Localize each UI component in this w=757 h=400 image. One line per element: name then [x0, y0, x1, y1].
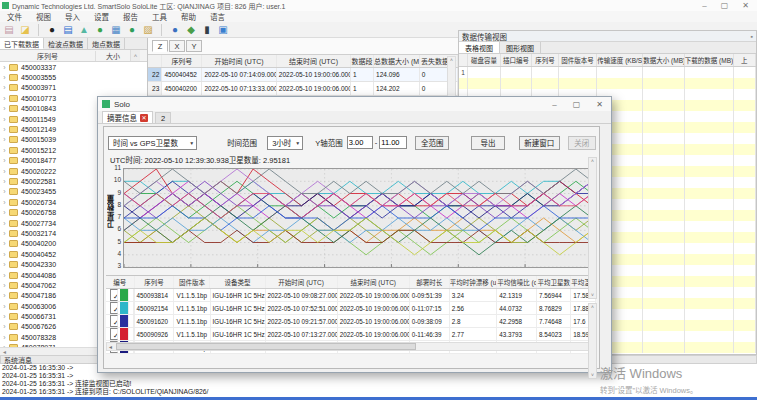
scrollbar-thumb[interactable] — [116, 343, 416, 350]
harvest-data-icon[interactable]: ▤ — [62, 24, 74, 36]
satellite-chart[interactable]: 卫星数量 34567891011 — [106, 166, 596, 272]
checkbox-checked[interactable]: ✓ — [110, 315, 118, 327]
summary-row[interactable]: ✓2450092154V1.1.5.1bpIGU-16HR 1C 5Hz2022… — [106, 302, 596, 315]
expander-icon[interactable]: › — [0, 74, 9, 81]
tab-close-icon[interactable]: ✕ — [140, 114, 148, 122]
scroll-left-icon[interactable]: ◄ — [2, 349, 7, 355]
dialog-title-bar[interactable]: Solo – ▢ ✕ — [98, 97, 611, 111]
expander-icon[interactable]: › — [0, 84, 9, 91]
record-icon[interactable]: ● — [46, 24, 58, 36]
expander-icon[interactable]: › — [0, 272, 9, 279]
summary-row[interactable]: ✓3450091620V1.1.5.1bpIGU-16HR 1C 5Hz2022… — [106, 315, 596, 328]
expander-icon[interactable]: › — [0, 230, 9, 237]
monitor-view-icon[interactable]: ▦ — [110, 24, 122, 36]
tree-item[interactable]: ›450003555 — [0, 72, 147, 82]
table-vertical-scrollbar[interactable]: ˄˅ — [588, 303, 597, 379]
dialog-vertical-scrollbar[interactable]: ˄˅ — [588, 157, 597, 299]
summary-row[interactable]: ✓4450090926V1.1.5.1bpIGU-16HR 1C 5Hz2022… — [106, 328, 596, 341]
dialog-maximize-button[interactable]: ▢ — [573, 100, 581, 109]
new-window-button[interactable]: 新建窗口 — [519, 136, 560, 150]
expander-icon[interactable]: › — [0, 251, 9, 258]
expander-icon[interactable]: › — [0, 261, 9, 268]
map-flag-icon[interactable]: ◆ — [185, 24, 197, 36]
dialog-minimize-button[interactable]: – — [552, 100, 556, 109]
expander-icon[interactable]: › — [0, 303, 9, 310]
expander-icon[interactable]: › — [0, 136, 9, 143]
tab-summary-info[interactable]: 摘要信息 ✕ — [102, 111, 153, 123]
globe-view-icon[interactable]: ● — [126, 24, 138, 36]
expander-icon[interactable]: › — [0, 323, 9, 330]
y-min-input[interactable] — [347, 136, 373, 149]
menu-item-2[interactable]: 导入 — [58, 11, 87, 22]
expander-icon[interactable]: › — [0, 334, 9, 341]
summary-row[interactable]: ✓1450093814V1.1.5.1bpIGU-16HR 1C 5Hz2022… — [106, 289, 596, 302]
left-tab-2[interactable]: 炮点数据 — [88, 38, 125, 49]
expander-icon[interactable]: › — [0, 95, 9, 102]
menu-item-4[interactable]: 报告 — [116, 11, 145, 22]
transfer-tab-0[interactable]: 表格视图 — [459, 42, 500, 53]
expander-icon[interactable]: › — [0, 199, 9, 206]
left-tab-0[interactable]: 已下载数据 — [0, 38, 44, 49]
tree-item[interactable]: ›450003337 — [0, 62, 147, 72]
tab-2[interactable]: 2 — [155, 112, 171, 123]
expander-icon[interactable]: › — [0, 282, 9, 289]
menu-item-5[interactable]: 工具 — [145, 11, 174, 22]
menu-item-1[interactable]: 视图 — [29, 11, 58, 22]
expander-icon[interactable]: › — [0, 157, 9, 164]
chart-plot-area[interactable] — [123, 168, 593, 268]
expander-icon[interactable]: › — [0, 292, 9, 299]
expander-icon[interactable]: › — [0, 168, 9, 175]
plot-type-select[interactable]: 时间 vs GPS卫星数▼ — [108, 136, 197, 150]
table-row[interactable]: 234500402002022-05-10 07:13:33.0002022-0… — [148, 82, 458, 96]
axis-button-z[interactable]: Z — [152, 40, 168, 52]
tree-item[interactable]: ›450003971 — [0, 83, 147, 93]
expander-icon[interactable]: › — [0, 147, 9, 154]
left-scroll-up-icon[interactable]: ˄ — [130, 50, 140, 61]
image-report-icon[interactable]: ▨ — [142, 24, 154, 36]
open-project-icon[interactable]: ▤ — [3, 24, 15, 36]
axis-button-y[interactable]: Y — [186, 40, 202, 52]
table-row[interactable]: 224500404522022-05-10 07:14:09.0002022-0… — [148, 68, 458, 82]
expander-icon[interactable]: › — [0, 126, 9, 133]
transfer-tab-1[interactable]: 图形视图 — [500, 42, 541, 53]
expander-icon[interactable]: › — [0, 313, 9, 320]
full-range-button[interactable]: 全范围 — [415, 136, 449, 150]
expander-icon[interactable]: › — [0, 220, 9, 227]
expander-icon[interactable]: › — [0, 116, 9, 123]
device-phone-icon[interactable]: ▮ — [201, 24, 213, 36]
export-button[interactable]: 导出 — [471, 136, 505, 150]
export-data-icon[interactable]: ▲ — [78, 24, 90, 36]
expander-icon[interactable]: › — [0, 209, 9, 216]
cell — [643, 89, 685, 100]
expander-icon[interactable]: › — [0, 178, 9, 185]
axis-button-x[interactable]: X — [169, 40, 185, 52]
time-range-select[interactable]: 3小时▼ — [267, 136, 303, 150]
transfer-row[interactable]: 1 — [459, 67, 756, 78]
menu-item-3[interactable]: 设置 — [87, 11, 116, 22]
scroll-left-icon[interactable]: ◄ — [107, 344, 114, 350]
pin-icon[interactable]: ▪ — [751, 33, 753, 40]
dialog-close-button[interactable]: ✕ — [596, 100, 603, 109]
open-folder-icon[interactable]: ◪ — [19, 24, 31, 36]
checkbox-checked[interactable]: ✓ — [110, 289, 118, 301]
close-button[interactable]: ✕ — [742, 1, 749, 10]
expander-icon[interactable]: › — [0, 240, 9, 247]
left-tab-1[interactable]: 检波点数据 — [44, 38, 88, 49]
checkbox-checked[interactable]: ✓ — [110, 328, 118, 340]
menu-item-0[interactable]: 文件 — [0, 11, 29, 22]
earth-icon[interactable]: ● — [169, 24, 181, 36]
expander-icon[interactable]: › — [0, 188, 9, 195]
close-plot-button[interactable]: 关闭 — [568, 136, 596, 150]
qc-view-icon[interactable]: ● — [94, 24, 106, 36]
maximize-button[interactable]: ▢ — [721, 1, 729, 10]
menu-item-6[interactable]: 帮助 — [174, 11, 203, 22]
transfer-row[interactable] — [459, 78, 756, 89]
dialog-horizontal-scrollbar[interactable]: ◄ ► — [106, 342, 596, 351]
minimize-button[interactable]: – — [702, 1, 706, 10]
expander-icon[interactable]: › — [0, 105, 9, 112]
checkbox-checked[interactable]: ✓ — [110, 302, 118, 314]
expander-icon[interactable]: › — [0, 64, 9, 71]
info-icon[interactable]: ▣ — [217, 24, 229, 36]
y-max-input[interactable] — [379, 136, 407, 149]
menu-item-7[interactable]: 语言 — [203, 11, 232, 22]
